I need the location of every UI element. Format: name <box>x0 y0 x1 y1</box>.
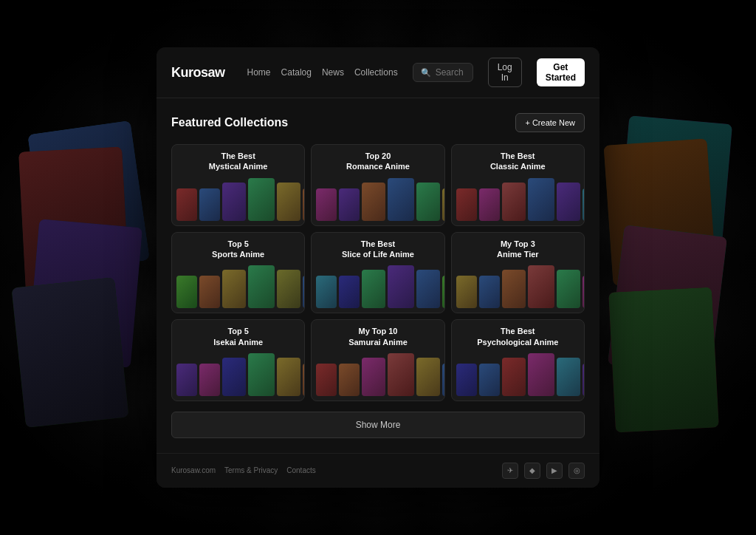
card-title-animtier: My Top 3 Anime Tier <box>459 239 577 260</box>
card-header-psychological: The Best Psychological Anime <box>452 320 584 350</box>
collection-card-samurai[interactable]: My Top 10 Samurai Anime <box>311 319 444 401</box>
footer-site[interactable]: Kurosaw.com <box>171 466 216 474</box>
mini-card <box>502 183 526 221</box>
card-header-sports: Top 5 Sports Anime <box>172 233 304 263</box>
discord-icon[interactable]: ◆ <box>524 463 540 479</box>
youtube-icon[interactable]: ▶ <box>546 463 563 479</box>
featured-collections-title: Featured Collections <box>171 116 288 129</box>
mini-card <box>362 358 385 396</box>
mini-card <box>528 265 554 308</box>
mini-card <box>557 183 580 221</box>
collection-card-classic[interactable]: The Best Classic Anime <box>451 144 585 226</box>
instagram-icon[interactable]: ◎ <box>568 463 585 479</box>
card-images-classic <box>452 175 584 225</box>
mini-card <box>583 188 585 221</box>
mini-card <box>277 183 300 221</box>
collection-card-sports[interactable]: Top 5 Sports Anime <box>171 232 305 314</box>
navbar: Kurosaw Home Catalog News Collections 🔍 … <box>157 47 599 98</box>
collection-card-isekai[interactable]: Top 5 Isekai Anime <box>171 319 305 401</box>
collections-grid: The Best Mystical Anime Top 20 <box>171 144 585 401</box>
collection-card-romance[interactable]: Top 20 Romance Anime <box>311 144 444 226</box>
mini-card <box>479 188 500 221</box>
left-anime-stack <box>15 112 148 423</box>
mini-card <box>479 364 500 396</box>
footer: Kurosaw.com Terms & Privacy Contacts ✈ ◆… <box>157 453 599 488</box>
show-more-button[interactable]: Show More <box>171 412 585 438</box>
content-area: Featured Collections + Create New The Be… <box>157 98 599 453</box>
right-anime-stack <box>608 112 741 423</box>
mini-card <box>502 270 526 308</box>
card-header-samurai: My Top 10 Samurai Anime <box>312 320 444 350</box>
card-title-samurai: My Top 10 Samurai Anime <box>319 326 436 347</box>
mini-card <box>339 276 360 308</box>
nav-links: Home Catalog News Collections <box>247 67 398 78</box>
main-container: Kurosaw Home Catalog News Collections 🔍 … <box>157 47 599 488</box>
nav-news[interactable]: News <box>322 67 344 78</box>
mini-card <box>248 178 275 221</box>
mini-card <box>442 364 444 396</box>
card-title-mystical: The Best Mystical Anime <box>179 151 297 172</box>
card-images-sliceoflife <box>312 262 444 313</box>
collection-card-animtier[interactable]: My Top 3 Anime Tier <box>451 232 585 314</box>
mini-card <box>416 183 440 221</box>
mini-card <box>362 183 385 221</box>
mini-card <box>199 364 220 396</box>
mini-card <box>388 265 414 308</box>
card-header-romance: Top 20 Romance Anime <box>312 145 444 175</box>
footer-links: Kurosaw.com Terms & Privacy Contacts <box>171 466 316 474</box>
create-new-button[interactable]: + Create New <box>515 113 585 132</box>
card-title-classic: The Best Classic Anime <box>459 151 577 172</box>
mini-card <box>248 353 275 396</box>
nav-collections[interactable]: Collections <box>354 67 398 78</box>
get-started-button[interactable]: Get Started <box>537 58 585 86</box>
mini-card <box>303 188 305 221</box>
mini-card <box>277 358 300 396</box>
login-button[interactable]: Log In <box>488 58 522 87</box>
mini-card <box>583 364 585 396</box>
search-input[interactable] <box>436 67 465 78</box>
left-stack-card-4 <box>11 277 128 428</box>
nav-home[interactable]: Home <box>247 67 271 78</box>
mini-card <box>316 188 337 221</box>
right-stack-card-4 <box>608 287 719 432</box>
mini-card <box>316 276 337 308</box>
card-header-isekai: Top 5 Isekai Anime <box>172 320 304 350</box>
card-title-romance: Top 20 Romance Anime <box>319 151 436 172</box>
card-title-sports: Top 5 Sports Anime <box>179 239 297 260</box>
mini-card <box>456 276 477 308</box>
mini-card <box>248 265 275 308</box>
nav-catalog[interactable]: Catalog <box>281 67 312 78</box>
footer-contacts[interactable]: Contacts <box>286 466 315 474</box>
search-bar[interactable]: 🔍 <box>413 63 473 82</box>
mini-card <box>222 183 246 221</box>
collection-card-sliceoflife[interactable]: The Best Slice of Life Anime <box>311 232 444 314</box>
mini-card <box>442 276 444 308</box>
mini-card <box>199 188 220 221</box>
mini-card <box>416 270 440 308</box>
mini-card <box>388 178 414 221</box>
search-icon: 🔍 <box>421 68 431 78</box>
mini-card <box>339 188 360 221</box>
mini-card <box>303 276 305 308</box>
card-header-sliceoflife: The Best Slice of Life Anime <box>312 233 444 263</box>
footer-terms[interactable]: Terms & Privacy <box>224 466 278 474</box>
mini-card <box>583 276 585 308</box>
card-images-sports <box>172 262 304 313</box>
mini-card <box>456 188 477 221</box>
collection-card-mystical[interactable]: The Best Mystical Anime <box>171 144 305 226</box>
telegram-icon[interactable]: ✈ <box>502 463 518 479</box>
mini-card <box>176 188 197 221</box>
footer-social-icons: ✈ ◆ ▶ ◎ <box>502 463 585 479</box>
mini-card <box>199 276 220 308</box>
mini-card <box>339 364 360 396</box>
collection-card-psychological[interactable]: The Best Psychological Anime <box>451 319 585 401</box>
card-images-samurai <box>312 350 444 401</box>
mini-card <box>502 358 526 396</box>
card-images-isekai <box>172 350 304 401</box>
card-title-psychological: The Best Psychological Anime <box>459 326 577 347</box>
mini-card <box>303 364 305 396</box>
mini-card <box>479 276 500 308</box>
mini-card <box>316 364 337 396</box>
mini-card <box>222 358 246 396</box>
mini-card <box>528 178 554 221</box>
